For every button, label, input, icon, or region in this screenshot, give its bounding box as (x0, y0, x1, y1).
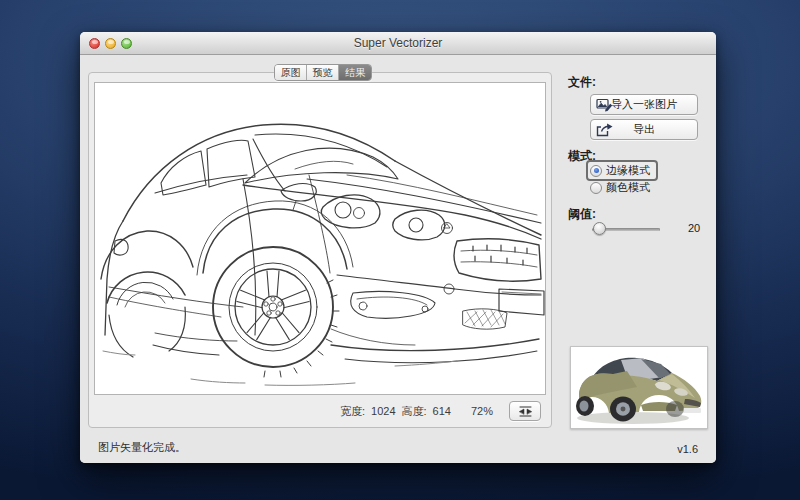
import-image-icon (596, 98, 613, 112)
fit-to-window-icon (518, 406, 533, 417)
threshold-value: 20 (688, 222, 700, 234)
color-mode-radio[interactable]: 颜色模式 (586, 180, 650, 195)
color-mode-label: 颜色模式 (606, 180, 650, 195)
tab-preview[interactable]: 预览 (307, 65, 339, 80)
source-image-thumbnail (570, 346, 708, 429)
import-image-button[interactable]: 导入一张图片 (590, 94, 698, 115)
import-image-label: 导入一张图片 (611, 97, 677, 112)
tab-result[interactable]: 结果 (339, 65, 371, 80)
status-bar: 图片矢量化完成。 v1.6 (80, 437, 716, 463)
edge-mode-radio[interactable]: 边缘模式 (586, 160, 658, 181)
fit-to-window-button[interactable] (509, 401, 541, 421)
status-message: 图片矢量化完成。 (98, 440, 186, 455)
view-tabs: 原图 预览 结果 (274, 64, 372, 81)
canvas-width-label: 宽度: (340, 404, 365, 419)
canvas-width-value: 1024 (371, 405, 395, 417)
window-title: Super Vectorizer (80, 32, 716, 54)
app-window: Super Vectorizer 原图 预览 结果 (80, 32, 716, 463)
export-share-icon (596, 123, 613, 137)
export-button[interactable]: 导出 (590, 119, 698, 140)
titlebar[interactable]: Super Vectorizer (80, 32, 716, 55)
radio-unselected-icon (590, 182, 602, 194)
canvas-groupbox: 宽度: 1024 高度: 614 72% (88, 72, 552, 428)
canvas-height-label: 高度: (402, 404, 427, 419)
vectorized-car-sketch (95, 83, 545, 394)
thumbnail-car-photo (571, 347, 707, 428)
edge-mode-label: 边缘模式 (606, 163, 650, 178)
window-body: 原图 预览 结果 (80, 56, 716, 463)
export-label: 导出 (633, 122, 655, 137)
control-panel: 文件: 导入一张图片 (568, 56, 710, 463)
version-label: v1.6 (677, 443, 698, 455)
threshold-section-label: 阈值: (568, 206, 596, 223)
file-section-label: 文件: (568, 74, 596, 91)
canvas-height-value: 614 (433, 405, 451, 417)
radio-selected-icon (590, 165, 602, 177)
vectorized-result-canvas (94, 82, 546, 395)
canvas-zoom-percent: 72% (471, 405, 493, 417)
slider-knob[interactable] (593, 222, 606, 235)
threshold-slider[interactable]: 20 (592, 222, 702, 236)
tab-original[interactable]: 原图 (275, 65, 307, 80)
